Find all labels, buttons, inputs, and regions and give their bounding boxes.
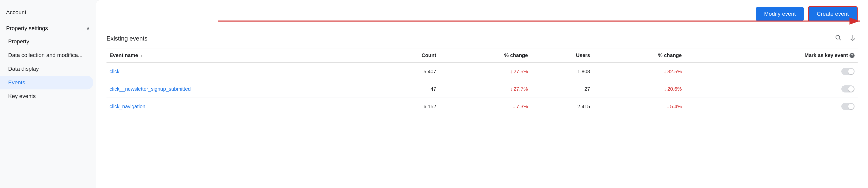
- sidebar-item-data-display[interactable]: Data display: [0, 62, 93, 76]
- users-change-cell: ↓ 20.6%: [593, 80, 685, 98]
- toggle-cell: [685, 63, 858, 80]
- key-event-toggle[interactable]: [841, 85, 855, 92]
- users-cell: 2,415: [531, 98, 593, 115]
- count-cell: 47: [375, 80, 439, 98]
- table-row: click__newsletter_signup_submitted 47 ↓ …: [106, 80, 858, 98]
- count-change-cell: ↓ 7.3%: [439, 98, 531, 115]
- count-cell: 5,407: [375, 63, 439, 80]
- col-header-event-name[interactable]: Event name ↑: [106, 49, 375, 63]
- key-event-help-icon[interactable]: ?: [849, 53, 855, 58]
- svg-point-2: [836, 35, 840, 39]
- property-settings-group[interactable]: Property settings ∧: [0, 22, 96, 35]
- toggle-cell: [685, 98, 858, 115]
- col-header-count-change: % change: [439, 49, 531, 63]
- down-arrow-icon: ↓: [664, 69, 666, 74]
- sort-asc-icon: ↑: [141, 54, 143, 58]
- users-change-cell: ↓ 5.4%: [593, 98, 685, 115]
- sidebar-item-data-collection[interactable]: Data collection and modifica...: [0, 49, 93, 62]
- event-name-cell[interactable]: click_navigation: [106, 98, 375, 115]
- event-name-cell[interactable]: click: [106, 63, 375, 80]
- down-arrow-icon: ↓: [510, 86, 513, 92]
- col-header-count: Count: [375, 49, 439, 63]
- section-header: Existing events: [106, 29, 858, 49]
- main-content: Modify event Create event Existing event…: [96, 0, 868, 188]
- download-icon: [849, 34, 856, 42]
- download-button[interactable]: [848, 33, 858, 44]
- col-header-users-change: % change: [593, 49, 685, 63]
- create-event-button[interactable]: Create event: [808, 6, 858, 22]
- svg-line-3: [839, 39, 841, 40]
- existing-events-title: Existing events: [106, 35, 147, 42]
- key-event-toggle[interactable]: [841, 68, 855, 75]
- existing-events-section: Existing events: [106, 29, 858, 49]
- down-arrow-icon: ↓: [513, 104, 515, 109]
- down-arrow-icon: ↓: [664, 86, 666, 92]
- col-header-users: Users: [531, 49, 593, 63]
- events-table: Event name ↑ Count % change Users % chan…: [106, 49, 858, 115]
- sidebar: Account Property settings ∧ Property Dat…: [0, 0, 96, 188]
- property-settings-label: Property settings: [6, 25, 48, 32]
- users-cell: 27: [531, 80, 593, 98]
- toggle-cell: [685, 80, 858, 98]
- account-label: Account: [0, 5, 96, 18]
- down-arrow-icon: ↓: [666, 104, 669, 109]
- sidebar-item-property[interactable]: Property: [0, 35, 93, 49]
- search-button[interactable]: [833, 33, 843, 44]
- table-row: click 5,407 ↓ 27.5% 1,808 ↓ 32.5%: [106, 63, 858, 80]
- table-header-row: Event name ↑ Count % change Users % chan…: [106, 49, 858, 63]
- section-actions: [833, 33, 858, 44]
- modify-event-button[interactable]: Modify event: [756, 7, 804, 21]
- col-header-key-event: Mark as key event ?: [685, 49, 858, 63]
- sidebar-item-events[interactable]: Events: [0, 76, 93, 89]
- search-icon: [835, 34, 841, 42]
- users-cell: 1,808: [531, 63, 593, 80]
- event-name-cell[interactable]: click__newsletter_signup_submitted: [106, 80, 375, 98]
- count-change-cell: ↓ 27.7%: [439, 80, 531, 98]
- key-event-toggle[interactable]: [841, 103, 855, 110]
- top-bar: Modify event Create event: [106, 6, 858, 22]
- count-change-cell: ↓ 27.5%: [439, 63, 531, 80]
- chevron-up-icon: ∧: [86, 25, 90, 31]
- count-cell: 6,152: [375, 98, 439, 115]
- down-arrow-icon: ↓: [510, 69, 513, 74]
- users-change-cell: ↓ 32.5%: [593, 63, 685, 80]
- table-row: click_navigation 6,152 ↓ 7.3% 2,415 ↓ 5.…: [106, 98, 858, 115]
- sidebar-item-key-events[interactable]: Key events: [0, 89, 93, 103]
